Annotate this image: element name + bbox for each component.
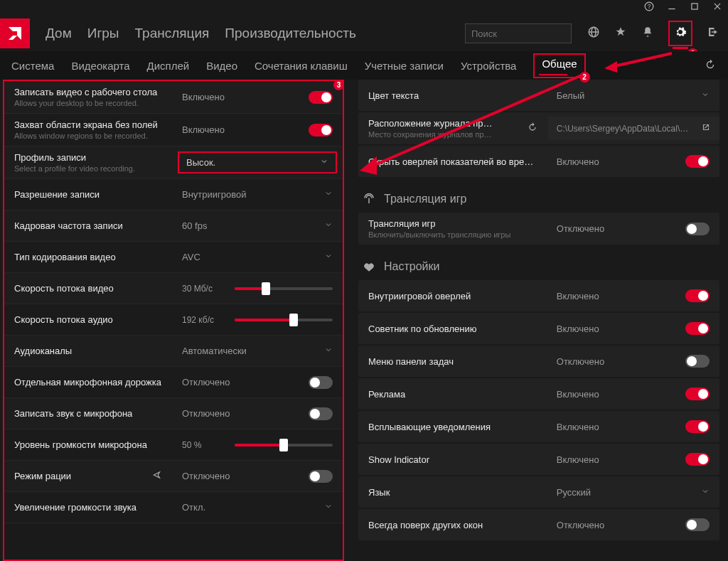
slider-value: 30 Мб/с [182, 284, 222, 294]
setting-control[interactable]: Белый [547, 85, 719, 107]
setting-label: Трансляция игрВключить/выключить трансля… [358, 213, 547, 245]
toggle-switch[interactable] [685, 453, 710, 466]
slider-track[interactable] [235, 444, 333, 447]
nav-games[interactable]: Игры [87, 26, 119, 41]
svg-text:?: ? [648, 4, 651, 10]
setting-control[interactable]: Отключено [547, 217, 719, 241]
setting-control[interactable]: Отключено [172, 370, 343, 395]
setting-control[interactable]: C:\Users\Sergey\AppData\Local\… [548, 117, 719, 140]
settings-subnav: Система Видеокарта Дисплей Видео Сочетан… [0, 51, 728, 80]
reset-icon[interactable] [704, 58, 717, 73]
setting-control[interactable]: AVC [172, 246, 343, 268]
tab-general-active[interactable]: Общее 2 [533, 53, 585, 78]
tab-video[interactable]: Видео [206, 60, 237, 72]
star-icon[interactable] [614, 26, 627, 41]
close-icon[interactable] [712, 1, 722, 14]
select-highlighted[interactable]: Высок. [178, 151, 337, 173]
setting-label: Реклама [358, 383, 547, 405]
setting-row: Разрешение записиВнутриигровой [4, 179, 343, 210]
globe-icon[interactable] [587, 26, 600, 41]
bell-icon[interactable] [641, 26, 654, 41]
chevron-down-icon [324, 252, 333, 262]
setting-control[interactable]: 50 % [172, 434, 343, 456]
setting-control[interactable]: 192 кб/с [172, 309, 343, 331]
toggle-switch[interactable] [685, 322, 710, 335]
setting-row: Советник по обновлениюВключено [358, 313, 719, 344]
setting-control[interactable]: Откл. [172, 496, 343, 518]
toggle-value: Отключено [557, 223, 604, 234]
tab-hotkeys[interactable]: Сочетания клавиш [255, 60, 348, 72]
minimize-icon[interactable] [667, 1, 677, 14]
setting-control[interactable]: Высок. [172, 149, 343, 176]
setting-label: Всплывающие уведомления [358, 416, 547, 438]
setting-label: Show Indicator [358, 449, 547, 471]
tab-system[interactable]: Система [11, 60, 54, 72]
tab-gpu[interactable]: Видеокарта [71, 60, 129, 72]
setting-row: АудиоканалыАвтоматически [4, 336, 343, 367]
toggle-switch[interactable] [685, 388, 710, 400]
setting-control[interactable]: Включено [172, 85, 343, 109]
toggle-switch[interactable] [685, 420, 710, 433]
nav-streaming[interactable]: Трансляция [135, 26, 210, 41]
setting-row: Тип кодирования видеоAVC [4, 242, 343, 273]
slider-value: 50 % [182, 440, 222, 450]
main-header: Дом Игры Трансляция Производительность 1 [0, 16, 728, 51]
setting-label: Увеличение громкости звука [4, 496, 172, 518]
setting-control[interactable]: Отключено [172, 464, 343, 488]
nav-home[interactable]: Дом [46, 26, 72, 41]
toggle-switch[interactable] [309, 407, 333, 420]
setting-control[interactable]: Включено [547, 415, 719, 439]
slider-value: 192 кб/с [182, 315, 222, 325]
setting-row: Скорость потока видео30 Мб/с [4, 273, 343, 304]
setting-row: Скрыть оверлей показателей во вре…Включе… [358, 146, 719, 177]
open-folder-icon[interactable] [701, 122, 711, 134]
setting-control[interactable]: Включено [547, 447, 719, 471]
select-value: Внутриигровой [182, 189, 247, 200]
setting-control[interactable]: Включено [547, 382, 719, 406]
toggle-switch[interactable] [685, 155, 710, 168]
search-box[interactable] [465, 23, 572, 43]
tab-accounts[interactable]: Учетные записи [365, 60, 444, 72]
setting-label: Записать звук с микрофона [4, 402, 172, 424]
setting-control[interactable]: 60 fps [172, 215, 343, 237]
setting-label: Внутриигровой оверлей [358, 285, 547, 307]
toggle-switch[interactable] [309, 376, 333, 389]
settings-gear-highlighted[interactable]: 1 [668, 21, 692, 46]
toggle-switch[interactable] [309, 91, 333, 104]
refresh-icon[interactable] [527, 122, 538, 135]
help-icon[interactable]: ? [644, 1, 654, 14]
setting-label: Скорость потока аудио [4, 309, 172, 331]
exit-icon[interactable] [707, 26, 719, 41]
slider-track[interactable] [235, 319, 333, 321]
setting-control[interactable]: Внутриигровой [172, 183, 343, 205]
amd-logo[interactable] [0, 18, 30, 48]
search-input[interactable] [471, 28, 591, 39]
setting-row: РекламаВключено [358, 378, 719, 410]
setting-control[interactable]: Отключено [172, 402, 343, 426]
share-icon[interactable] [152, 470, 162, 482]
select-value: Автоматически [182, 346, 247, 356]
setting-control[interactable]: Отключено [547, 513, 719, 537]
setting-control[interactable]: Отключено [547, 349, 719, 373]
setting-control[interactable]: 30 Мб/с [172, 278, 343, 299]
nav-performance[interactable]: Производительность [225, 26, 355, 41]
toggle-switch[interactable] [685, 289, 710, 302]
chevron-down-icon [324, 346, 333, 356]
tab-devices[interactable]: Устройства [461, 60, 516, 72]
setting-row: Расположение журнала пр…Место сохранения… [358, 112, 719, 144]
slider-track[interactable] [235, 287, 333, 290]
setting-control[interactable]: Включено [172, 118, 343, 142]
maximize-icon[interactable] [690, 1, 700, 14]
toggle-switch[interactable] [685, 223, 710, 235]
toggle-switch[interactable] [309, 470, 333, 483]
setting-control[interactable]: Русский [547, 481, 719, 503]
toggle-switch[interactable] [685, 355, 710, 368]
setting-control[interactable]: Автоматически [172, 340, 343, 362]
setting-control[interactable]: Включено [547, 284, 719, 308]
toggle-switch[interactable] [685, 518, 710, 531]
tab-display[interactable]: Дисплей [147, 60, 190, 72]
toggle-switch[interactable] [309, 124, 333, 137]
toggle-value: Включено [557, 291, 599, 301]
setting-control[interactable]: Включено [547, 316, 719, 341]
setting-control[interactable]: Включено [547, 149, 719, 173]
